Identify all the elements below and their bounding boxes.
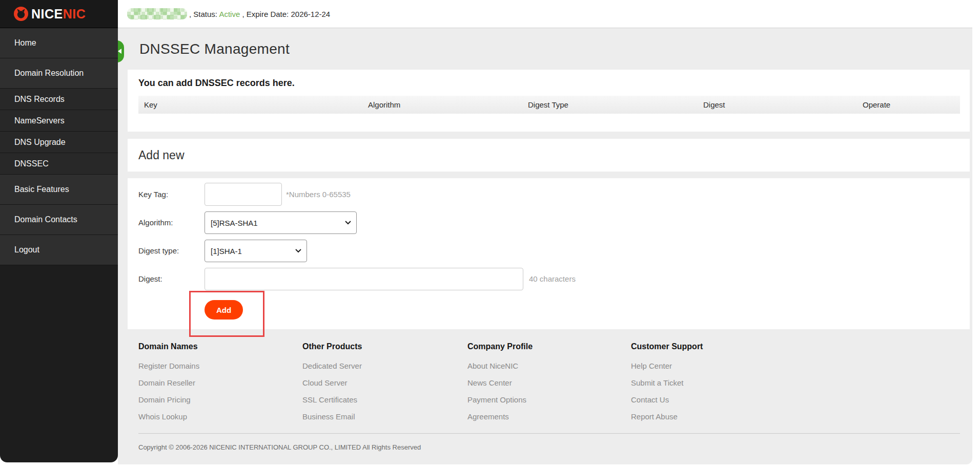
footer-heading: Other Products <box>302 342 436 352</box>
add-new-title: Add new <box>138 139 185 172</box>
footer-link-news-center[interactable]: News Center <box>467 378 601 387</box>
algorithm-select[interactable]: [5]RSA-SHA1 <box>205 211 357 234</box>
footer-column-customer-support: Customer Support Help Center Submit a Ti… <box>631 342 764 421</box>
footer-heading: Domain Names <box>138 342 272 352</box>
key-tag-label: Key Tag: <box>138 190 168 199</box>
footer-link-ssl-certificates[interactable]: SSL Certificates <box>302 395 436 404</box>
footer-link-dedicated-server[interactable]: Dedicated Server <box>302 361 436 370</box>
page-title: DNSSEC Management <box>139 41 290 57</box>
digest-label: Digest: <box>138 274 162 283</box>
add-new-form: Key Tag: *Numbers 0-65535 Algorithm: [5]… <box>128 178 970 329</box>
logo[interactable]: NICENIC <box>0 0 118 28</box>
digest-type-selected-value: [1]SHA-1 <box>211 247 242 256</box>
chevron-down-icon <box>345 221 351 225</box>
logo-text: NICENIC <box>31 7 86 22</box>
copyright-text: Copyright © 2006-2026 NICENIC INTERNATIO… <box>138 443 421 451</box>
key-tag-hint: *Numbers 0-65535 <box>286 190 351 199</box>
column-digest-type: Digest Type <box>528 96 568 114</box>
sidebar-menu: Home Domain Resolution DNS Records NameS… <box>0 28 118 265</box>
sidebar-item-nameservers[interactable]: NameServers <box>0 110 118 132</box>
sidebar-item-logout[interactable]: Logout <box>0 235 118 265</box>
footer-link-payment-options[interactable]: Payment Options <box>467 395 601 404</box>
redacted-domain-badge <box>127 8 187 19</box>
column-algorithm: Algorithm <box>368 96 400 114</box>
key-tag-input[interactable] <box>205 183 282 206</box>
records-table-header: Key Algorithm Digest Type Digest Operate <box>138 96 960 114</box>
footer-link-cloud-server[interactable]: Cloud Server <box>302 378 436 387</box>
top-bar: , Status: Active , Expire Date: 2026-12-… <box>118 0 972 28</box>
digest-input[interactable] <box>205 268 523 290</box>
records-intro: You can add DNSSEC records here. <box>138 78 295 89</box>
footer-heading: Customer Support <box>631 342 764 352</box>
digest-type-label: Digest type: <box>138 246 179 255</box>
nicenic-cat-icon <box>13 6 29 22</box>
sidebar-item-home[interactable]: Home <box>0 28 118 58</box>
footer-column-company-profile: Company Profile About NiceNIC News Cente… <box>467 342 601 421</box>
footer-link-about-nicenic[interactable]: About NiceNIC <box>467 361 601 370</box>
footer-heading: Company Profile <box>467 342 601 352</box>
footer-column-domain-names: Domain Names Register Domains Domain Res… <box>138 342 272 421</box>
sidebar-item-basic-features[interactable]: Basic Features <box>0 175 118 205</box>
footer-divider <box>138 433 960 434</box>
status-label: , Status: <box>189 10 217 18</box>
add-button[interactable]: Add <box>205 300 243 320</box>
sidebar-item-domain-resolution[interactable]: Domain Resolution <box>0 58 118 89</box>
column-digest: Digest <box>703 96 725 114</box>
domain-status-line: , Status: Active , Expire Date: 2026-12-… <box>189 10 330 18</box>
footer-link-submit-a-ticket[interactable]: Submit a Ticket <box>631 378 764 387</box>
chevron-down-icon <box>295 249 301 253</box>
nicenic-dnssec-page: , Status: Active , Expire Date: 2026-12-… <box>0 0 980 468</box>
footer-link-contact-us[interactable]: Contact Us <box>631 395 764 404</box>
sidebar-item-dns-records[interactable]: DNS Records <box>0 89 118 110</box>
chevron-left-icon <box>118 49 121 54</box>
sidebar-item-dns-upgrade[interactable]: DNS Upgrade <box>0 132 118 153</box>
footer-link-whois-lookup[interactable]: Whois Lookup <box>138 412 272 421</box>
footer-column-other-products: Other Products Dedicated Server Cloud Se… <box>302 342 436 421</box>
digest-hint: 40 characters <box>529 274 576 283</box>
column-key: Key <box>144 96 157 114</box>
footer-link-domain-reseller[interactable]: Domain Reseller <box>138 378 272 387</box>
dnssec-records-card: You can add DNSSEC records here. Key Alg… <box>128 70 970 132</box>
footer-link-business-email[interactable]: Business Email <box>302 412 436 421</box>
footer-link-report-abuse[interactable]: Report Abuse <box>631 412 764 421</box>
algorithm-selected-value: [5]RSA-SHA1 <box>211 219 258 227</box>
status-value: Active <box>219 10 240 18</box>
footer-link-help-center[interactable]: Help Center <box>631 361 764 370</box>
footer-link-agreements[interactable]: Agreements <box>467 412 601 421</box>
footer-link-register-domains[interactable]: Register Domains <box>138 361 272 370</box>
expire-label: , Expire Date: <box>242 10 289 18</box>
sidebar: NICENIC Home Domain Resolution DNS Recor… <box>0 0 118 462</box>
column-operate: Operate <box>863 96 890 114</box>
sidebar-item-domain-contacts[interactable]: Domain Contacts <box>0 205 118 235</box>
expire-date: 2026-12-24 <box>291 10 330 18</box>
digest-type-select[interactable]: [1]SHA-1 <box>205 240 307 262</box>
add-new-band: Add new <box>128 139 970 172</box>
sidebar-item-dnssec[interactable]: DNSSEC <box>0 153 118 175</box>
algorithm-label: Algorithm: <box>138 218 173 227</box>
footer-link-domain-pricing[interactable]: Domain Pricing <box>138 395 272 404</box>
